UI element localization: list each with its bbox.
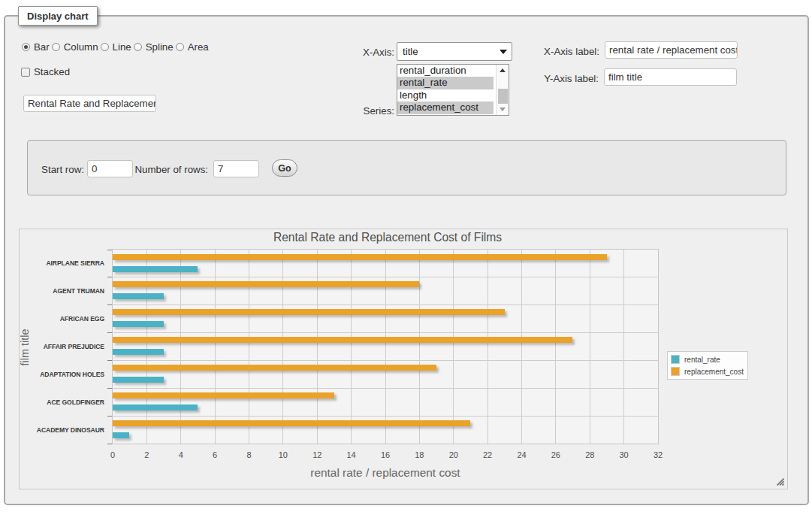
chart-type-radio-spline[interactable] xyxy=(134,43,142,51)
gridline-vertical xyxy=(180,250,181,444)
stacked-row: Stacked xyxy=(21,66,70,77)
fieldset-legend: Display chart xyxy=(18,6,98,26)
y-tick-mark xyxy=(107,304,112,305)
series-option-rental_rate[interactable]: rental_rate xyxy=(397,77,494,89)
gridline-vertical xyxy=(555,250,556,444)
bar-replacement_cost xyxy=(113,392,334,398)
gridline-vertical xyxy=(351,250,352,444)
select-dropdown-arrow-icon xyxy=(500,50,507,54)
resize-handle-icon[interactable] xyxy=(777,478,784,486)
y-category-label: ACE GOLDFINGER xyxy=(22,398,104,406)
stacked-label: Stacked xyxy=(34,66,70,77)
gridline-vertical xyxy=(282,250,283,444)
legend-row-replacement_cost: replacement_cost xyxy=(671,365,744,377)
gridline-horizontal xyxy=(113,304,658,305)
gridline-vertical xyxy=(146,250,147,444)
chart-x-axis-title: rental rate / replacement cost xyxy=(273,466,498,480)
stacked-checkbox[interactable] xyxy=(21,68,30,77)
chart-type-label-line: Line xyxy=(113,41,131,53)
legend-row-rental_rate: rental_rate xyxy=(671,353,744,365)
x-tick-label: 28 xyxy=(575,450,605,459)
gridline-horizontal xyxy=(113,360,658,361)
gridline-vertical xyxy=(453,250,454,444)
x-tick-label: 6 xyxy=(200,450,230,459)
bar-replacement_cost xyxy=(113,254,607,260)
x-axis-label-caption: X-Axis label: xyxy=(524,46,599,57)
bar-rental_rate xyxy=(113,266,198,272)
chart-type-radio-column[interactable] xyxy=(52,43,60,51)
chart-type-label-bar: Bar xyxy=(34,41,50,53)
bar-rental_rate xyxy=(113,349,164,355)
x-tick-label: 16 xyxy=(370,450,400,459)
bar-rental_rate xyxy=(113,432,129,438)
x-tick-label: 26 xyxy=(541,450,571,459)
listbox-scrollbar[interactable] xyxy=(496,65,509,115)
x-axis-select[interactable]: title xyxy=(397,42,512,61)
x-tick-label: 8 xyxy=(234,450,264,459)
page: Display chart BarColumnLineSplineArea St… xyxy=(0,0,812,512)
y-tick-mark xyxy=(107,388,112,389)
chart-container: Rental Rate and Replacement Cost of Film… xyxy=(19,229,788,489)
start-row-input[interactable]: 0 xyxy=(87,160,133,177)
x-axis-select-value: title xyxy=(403,46,418,57)
scrollbar-thumb[interactable] xyxy=(498,89,508,104)
x-tick-label: 22 xyxy=(472,450,503,459)
gridline-horizontal xyxy=(113,332,658,333)
series-option-length[interactable]: length xyxy=(397,89,494,101)
series-option-rental_duration[interactable]: rental_duration xyxy=(397,65,494,77)
chart-title-input[interactable]: Rental Rate and Replacement Cost of Film… xyxy=(23,95,156,112)
x-tick-label: 18 xyxy=(404,450,434,459)
num-rows-input[interactable]: 7 xyxy=(213,160,259,177)
series-option-replacement_cost[interactable]: replacement_cost xyxy=(397,101,494,114)
y-tick-mark xyxy=(107,277,112,277)
y-category-label: AFRICAN EGG xyxy=(22,315,104,323)
x-tick-label: 20 xyxy=(439,450,469,459)
y-category-label: ACADEMY DINOSAUR xyxy=(22,426,104,434)
x-tick-label: 12 xyxy=(302,450,332,459)
chart-type-radio-line[interactable] xyxy=(101,43,109,51)
x-tick-label: 2 xyxy=(131,450,161,459)
y-axis-label-input[interactable]: film title xyxy=(604,68,737,86)
start-row-label: Start row: xyxy=(9,164,84,175)
go-button[interactable]: Go xyxy=(272,159,297,177)
y-tick-mark xyxy=(107,360,112,361)
chart-type-radio-area[interactable] xyxy=(176,43,184,51)
x-axis-label: X-Axis: xyxy=(319,47,394,58)
bar-rental_rate xyxy=(113,321,164,327)
legend-label-rental_rate: rental_rate xyxy=(684,356,720,364)
legend-swatch-replacement_cost xyxy=(671,367,680,376)
y-axis-label-caption: Y-Axis label: xyxy=(524,73,599,84)
scroll-down-icon[interactable] xyxy=(497,104,509,115)
legend-label-replacement_cost: replacement_cost xyxy=(684,368,744,376)
gridline-vertical xyxy=(521,250,522,444)
y-tick-mark xyxy=(107,250,112,250)
scroll-up-icon[interactable] xyxy=(497,65,509,76)
chart-type-radio-bar[interactable] xyxy=(22,43,30,51)
num-rows-label: Number of rows: xyxy=(133,164,208,175)
x-tick-label: 10 xyxy=(268,450,298,459)
gridline-vertical xyxy=(419,250,420,444)
gridline-horizontal xyxy=(113,416,658,417)
chart-type-label-column: Column xyxy=(64,41,98,53)
chart-type-label-spline: Spline xyxy=(146,41,174,53)
y-category-label: ADAPTATION HOLES xyxy=(22,371,104,378)
x-tick-label: 0 xyxy=(98,450,128,459)
bar-replacement_cost xyxy=(113,420,470,426)
x-tick-label: 4 xyxy=(166,450,196,459)
legend-swatch-rental_rate xyxy=(671,355,680,364)
y-category-label: AFFAIR PREJUDICE xyxy=(22,343,104,350)
x-tick-label: 14 xyxy=(337,450,367,459)
x-tick-label: 32 xyxy=(643,450,673,459)
series-label: Series: xyxy=(319,105,394,117)
y-category-label: AIRPLANE SIERRA xyxy=(22,259,104,267)
gridline-vertical xyxy=(249,250,249,444)
x-tick-label: 30 xyxy=(609,450,639,459)
bar-rental_rate xyxy=(113,404,198,411)
y-category-label: AGENT TRUMAN xyxy=(22,287,104,295)
gridline-vertical xyxy=(590,250,590,444)
bar-replacement_cost xyxy=(113,337,572,343)
bar-rental_rate xyxy=(113,377,164,383)
x-axis-label-input[interactable]: rental rate / replacement cost xyxy=(605,41,738,59)
y-tick-mark xyxy=(107,332,112,333)
series-listbox[interactable]: rental_durationrental_ratelengthreplacem… xyxy=(397,64,509,116)
